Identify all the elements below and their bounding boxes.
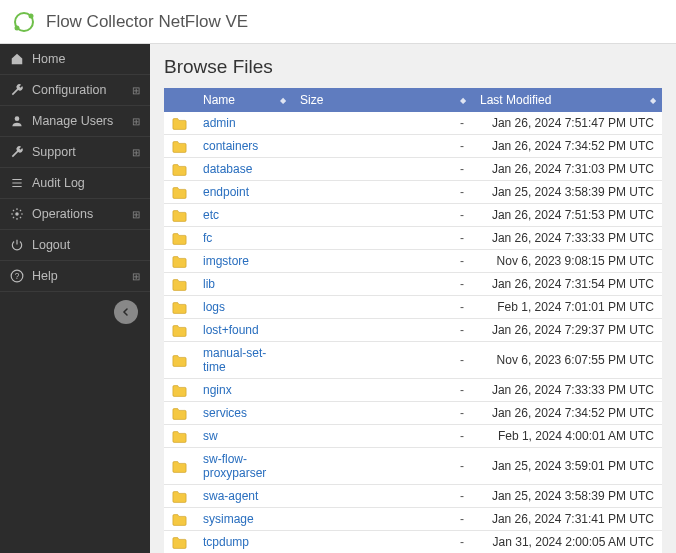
file-link[interactable]: sw-flow-proxyparser: [203, 452, 266, 480]
table-row: lost+found-Jan 26, 2024 7:29:37 PM UTC: [164, 319, 662, 342]
file-link[interactable]: admin: [203, 116, 236, 130]
folder-icon: [164, 204, 195, 227]
file-link[interactable]: database: [203, 162, 252, 176]
folder-icon: [164, 135, 195, 158]
expand-icon: ⊞: [132, 271, 140, 282]
sidebar-item-home[interactable]: Home: [0, 44, 150, 75]
file-size-cell: -: [292, 296, 472, 319]
file-date-cell: Jan 26, 2024 7:31:03 PM UTC: [472, 158, 662, 181]
file-size-cell: -: [292, 485, 472, 508]
file-name-cell: fc: [195, 227, 292, 250]
file-date-cell: Jan 25, 2024 3:58:39 PM UTC: [472, 485, 662, 508]
expand-icon: ⊞: [132, 209, 140, 220]
file-date-cell: Jan 26, 2024 7:33:33 PM UTC: [472, 379, 662, 402]
sidebar-item-label: Configuration: [32, 83, 132, 97]
file-size-cell: -: [292, 319, 472, 342]
file-link[interactable]: logs: [203, 300, 225, 314]
sidebar-item-label: Operations: [32, 207, 132, 221]
sidebar-item-operations[interactable]: Operations⊞: [0, 199, 150, 230]
col-size[interactable]: Size: [292, 88, 472, 112]
folder-icon: [164, 319, 195, 342]
file-name-cell: tcpdump: [195, 531, 292, 554]
folder-icon: [164, 425, 195, 448]
file-name-cell: nginx: [195, 379, 292, 402]
file-link[interactable]: lib: [203, 277, 215, 291]
expand-icon: ⊞: [132, 116, 140, 127]
file-size-cell: -: [292, 204, 472, 227]
file-size-cell: -: [292, 342, 472, 379]
file-link[interactable]: etc: [203, 208, 219, 222]
sidebar-item-label: Manage Users: [32, 114, 132, 128]
col-icon: [164, 88, 195, 112]
expand-icon: ⊞: [132, 147, 140, 158]
table-row: sw-Feb 1, 2024 4:00:01 AM UTC: [164, 425, 662, 448]
back-button[interactable]: [114, 300, 138, 324]
file-link[interactable]: services: [203, 406, 247, 420]
file-date-cell: Jan 26, 2024 7:34:52 PM UTC: [472, 135, 662, 158]
file-name-cell: manual-set-time: [195, 342, 292, 379]
file-name-cell: services: [195, 402, 292, 425]
table-row: etc-Jan 26, 2024 7:51:53 PM UTC: [164, 204, 662, 227]
sidebar-item-support[interactable]: Support⊞: [0, 137, 150, 168]
file-link[interactable]: imgstore: [203, 254, 249, 268]
file-date-cell: Jan 26, 2024 7:31:41 PM UTC: [472, 508, 662, 531]
table-row: manual-set-time-Nov 6, 2023 6:07:55 PM U…: [164, 342, 662, 379]
svg-point-2: [29, 13, 34, 18]
file-link[interactable]: sysimage: [203, 512, 254, 526]
table-row: tcpdump-Jan 31, 2024 2:00:05 AM UTC: [164, 531, 662, 554]
file-date-cell: Nov 6, 2023 9:08:15 PM UTC: [472, 250, 662, 273]
file-link[interactable]: tcpdump: [203, 535, 249, 549]
sidebar-item-logout[interactable]: Logout: [0, 230, 150, 261]
table-row: admin-Jan 26, 2024 7:51:47 PM UTC: [164, 112, 662, 135]
file-link[interactable]: fc: [203, 231, 212, 245]
table-row: containers-Jan 26, 2024 7:34:52 PM UTC: [164, 135, 662, 158]
sidebar-item-help[interactable]: ?Help⊞: [0, 261, 150, 292]
file-link[interactable]: lost+found: [203, 323, 259, 337]
file-date-cell: Jan 25, 2024 3:59:01 PM UTC: [472, 448, 662, 485]
file-size-cell: -: [292, 158, 472, 181]
file-date-cell: Jan 26, 2024 7:51:47 PM UTC: [472, 112, 662, 135]
file-size-cell: -: [292, 250, 472, 273]
file-name-cell: sw-flow-proxyparser: [195, 448, 292, 485]
file-name-cell: lost+found: [195, 319, 292, 342]
file-link[interactable]: manual-set-time: [203, 346, 266, 374]
file-name-cell: sysimage: [195, 508, 292, 531]
file-link[interactable]: nginx: [203, 383, 232, 397]
sidebar-item-audit-log[interactable]: Audit Log: [0, 168, 150, 199]
file-date-cell: Feb 1, 2024 4:00:01 AM UTC: [472, 425, 662, 448]
sidebar-item-configuration[interactable]: Configuration⊞: [0, 75, 150, 106]
file-link[interactable]: swa-agent: [203, 489, 258, 503]
table-row: imgstore-Nov 6, 2023 9:08:15 PM UTC: [164, 250, 662, 273]
file-date-cell: Jan 26, 2024 7:33:33 PM UTC: [472, 227, 662, 250]
file-size-cell: -: [292, 112, 472, 135]
folder-icon: [164, 531, 195, 554]
file-link[interactable]: containers: [203, 139, 258, 153]
file-size-cell: -: [292, 425, 472, 448]
folder-icon: [164, 227, 195, 250]
file-table: Name Size Last Modified admin-Jan 26, 20…: [164, 88, 662, 553]
file-name-cell: endpoint: [195, 181, 292, 204]
main-content: Browse Files Name Size Last Modified adm…: [150, 44, 676, 553]
folder-icon: [164, 379, 195, 402]
folder-icon: [164, 485, 195, 508]
file-date-cell: Jan 31, 2024 2:00:05 AM UTC: [472, 531, 662, 554]
file-link[interactable]: endpoint: [203, 185, 249, 199]
app-title: Flow Collector NetFlow VE: [46, 12, 248, 32]
file-date-cell: Feb 1, 2024 7:01:01 PM UTC: [472, 296, 662, 319]
table-row: endpoint-Jan 25, 2024 3:58:39 PM UTC: [164, 181, 662, 204]
col-modified[interactable]: Last Modified: [472, 88, 662, 112]
sidebar-item-manage-users[interactable]: Manage Users⊞: [0, 106, 150, 137]
col-name[interactable]: Name: [195, 88, 292, 112]
folder-icon: [164, 508, 195, 531]
file-size-cell: -: [292, 227, 472, 250]
folder-icon: [164, 448, 195, 485]
gear-icon: [10, 207, 24, 221]
user-icon: [10, 114, 24, 128]
file-date-cell: Jan 26, 2024 7:34:52 PM UTC: [472, 402, 662, 425]
folder-icon: [164, 181, 195, 204]
file-link[interactable]: sw: [203, 429, 218, 443]
table-header-row: Name Size Last Modified: [164, 88, 662, 112]
file-size-cell: -: [292, 448, 472, 485]
table-row: logs-Feb 1, 2024 7:01:01 PM UTC: [164, 296, 662, 319]
table-row: sysimage-Jan 26, 2024 7:31:41 PM UTC: [164, 508, 662, 531]
